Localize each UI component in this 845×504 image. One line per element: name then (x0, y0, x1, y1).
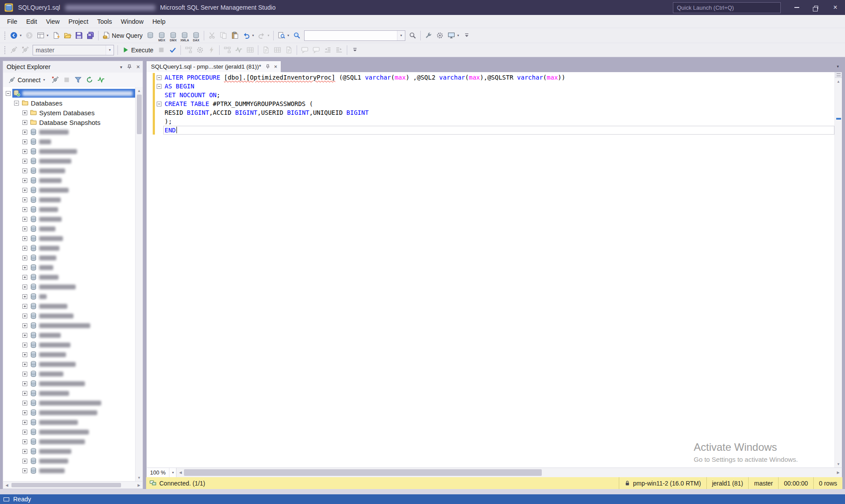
database-node[interactable] (3, 292, 135, 301)
activity-monitor-button[interactable] (96, 74, 107, 86)
menu-file[interactable]: File (3, 15, 22, 28)
expand-icon[interactable] (22, 381, 27, 386)
database-node[interactable] (3, 127, 135, 137)
expand-icon[interactable] (22, 207, 27, 212)
database-node[interactable] (3, 224, 135, 234)
expand-icon[interactable] (22, 139, 27, 144)
paste-button[interactable] (229, 30, 240, 41)
execute-button[interactable]: Execute (120, 44, 155, 56)
code-text[interactable]: ); (163, 117, 834, 126)
connect-button[interactable]: Connect ▾ (6, 76, 47, 84)
database-node[interactable] (3, 466, 135, 475)
code-text[interactable]: AS BEGIN (163, 82, 834, 91)
object-explorer-header[interactable]: Object Explorer ▾ × (3, 61, 143, 73)
database-node[interactable] (3, 185, 135, 195)
expand-icon[interactable] (22, 372, 27, 376)
scroll-right-icon[interactable]: ▶ (135, 482, 143, 489)
menu-view[interactable]: View (41, 15, 64, 28)
scroll-right-icon[interactable]: ▶ (834, 468, 842, 477)
splitter-handle-icon[interactable] (835, 72, 842, 78)
database-node[interactable] (3, 234, 135, 243)
expand-icon[interactable] (22, 217, 27, 222)
expand-icon[interactable] (22, 430, 27, 435)
database-node[interactable] (3, 340, 135, 350)
expand-icon[interactable] (22, 420, 27, 425)
quick-launch-input[interactable]: Quick Launch (Ctrl+Q) (673, 2, 781, 13)
open-file-button[interactable] (62, 30, 73, 41)
expand-icon[interactable] (22, 130, 27, 135)
expand-icon[interactable] (22, 120, 27, 125)
sql-toolbar-options-button[interactable] (349, 44, 360, 56)
sql-code-editor[interactable]: ALTER PROCEDURE [dbo].[OptimizedInventor… (147, 72, 834, 467)
expand-icon[interactable] (22, 352, 27, 357)
new-file-button[interactable] (51, 30, 62, 41)
tree-horizontal-scrollbar[interactable]: ◀ ▶ (3, 481, 143, 489)
available-databases-combo[interactable]: master▾ (33, 45, 114, 55)
folder-database-snapshots[interactable]: Database Snapshots (3, 117, 135, 127)
undo-button[interactable]: ▾ (241, 30, 256, 41)
find-combo-combo[interactable]: ▾ (304, 30, 405, 41)
editor-vertical-scrollbar[interactable]: ▲ ▼ (834, 72, 842, 467)
close-button[interactable]: × (826, 0, 845, 15)
database-node[interactable] (3, 369, 135, 379)
expand-icon[interactable] (22, 449, 27, 454)
expand-icon[interactable] (22, 226, 27, 231)
scrollbar-thumb[interactable] (11, 483, 121, 487)
database-node[interactable] (3, 156, 135, 166)
menu-help[interactable]: Help (148, 15, 170, 28)
expand-icon[interactable] (22, 285, 27, 289)
database-node[interactable] (3, 205, 135, 214)
database-node[interactable] (3, 272, 135, 282)
database-node[interactable] (3, 359, 135, 369)
database-node[interactable] (3, 321, 135, 330)
output-window-button[interactable]: ▾ (446, 30, 461, 41)
database-node[interactable] (3, 379, 135, 388)
expand-icon[interactable] (22, 265, 27, 270)
window-position-icon[interactable]: ▾ (120, 65, 122, 69)
expand-icon[interactable] (22, 188, 27, 193)
folder-databases[interactable]: Databases (3, 98, 135, 108)
save-button[interactable] (73, 30, 84, 41)
collapse-region-icon[interactable] (157, 75, 162, 80)
expand-icon[interactable] (22, 410, 27, 415)
analysis-services-mdx-query-button[interactable]: MDX (156, 30, 167, 41)
database-node[interactable] (3, 195, 135, 205)
database-node[interactable] (3, 330, 135, 340)
database-node[interactable] (3, 301, 135, 311)
expand-icon[interactable] (22, 459, 27, 464)
expand-icon[interactable] (22, 333, 27, 338)
database-node[interactable] (3, 388, 135, 398)
expand-icon[interactable] (22, 439, 27, 444)
restore-button[interactable] (806, 0, 826, 15)
refresh-button[interactable] (84, 74, 95, 86)
code-text[interactable]: END (163, 126, 834, 135)
disconnect-button[interactable] (50, 74, 61, 86)
scroll-up-icon[interactable]: ▲ (835, 78, 842, 85)
analysis-services-dmx-query-button[interactable]: DMX (168, 30, 179, 41)
menu-edit[interactable]: Edit (22, 15, 41, 28)
parse-button[interactable] (167, 44, 178, 56)
database-node[interactable] (3, 456, 135, 466)
database-node[interactable] (3, 398, 135, 408)
collapse-region-icon[interactable] (157, 102, 162, 106)
expand-icon[interactable] (22, 304, 27, 309)
expand-icon[interactable] (22, 246, 27, 251)
analysis-services-xmla-query-button[interactable]: XMLA (179, 30, 190, 41)
find-next-button[interactable] (407, 30, 418, 41)
document-tab[interactable]: SQLQuery1.sql - pmp...ster (jerald1 (81)… (146, 61, 281, 72)
database-node[interactable] (3, 427, 135, 437)
menu-tools[interactable]: Tools (93, 15, 117, 28)
database-node[interactable] (3, 263, 135, 272)
object-explorer-tree[interactable]: DatabasesSystem DatabasesDatabase Snapsh… (3, 87, 135, 481)
scrollbar-thumb[interactable] (184, 469, 542, 476)
collapse-icon[interactable] (6, 91, 11, 96)
navigate-backward-button[interactable]: ▾ (8, 30, 23, 41)
code-text[interactable]: RESID BIGINT,ACCID BIGINT,USERID BIGINT,… (163, 108, 834, 117)
database-node[interactable] (3, 175, 135, 185)
query-options-main-button[interactable] (434, 30, 445, 41)
close-icon[interactable]: × (136, 63, 140, 70)
expand-icon[interactable] (22, 323, 27, 328)
database-node[interactable] (3, 146, 135, 156)
database-engine-query-button[interactable] (145, 30, 156, 41)
code-text[interactable]: SET NOCOUNT ON; (163, 91, 834, 99)
